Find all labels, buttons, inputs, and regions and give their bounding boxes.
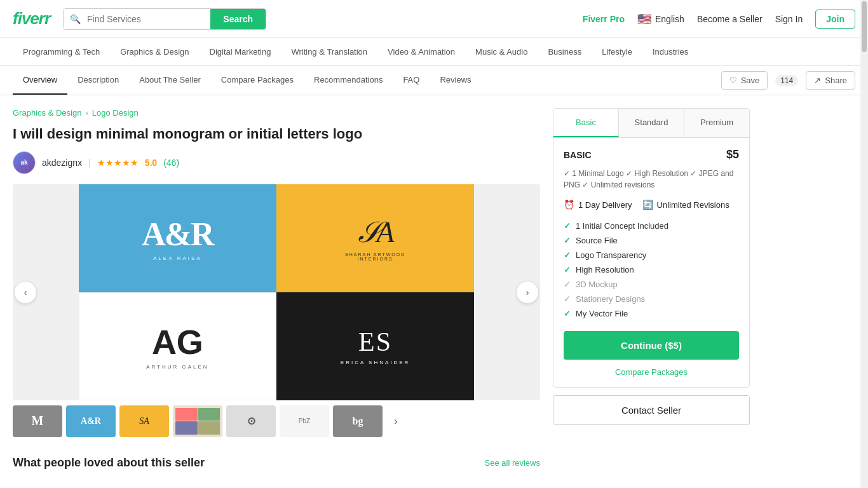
tab-reviews[interactable]: Reviews — [430, 66, 481, 95]
package-body: BASIC $5 ✓ 1 Minimal Logo ✓ High Resolut… — [553, 138, 749, 387]
share-button[interactable]: ↗ Share — [806, 71, 855, 90]
gig-title: I will design minimal monogram or initia… — [13, 125, 540, 144]
carousel-next-button[interactable]: › — [516, 281, 539, 304]
header: fiverr 🔍 Search Fiverr Pro 🇺🇸 English Be… — [0, 0, 868, 38]
thumb-label-2: A&R — [81, 416, 101, 426]
thumbnail-3[interactable]: SA — [119, 405, 169, 437]
language-selector[interactable]: 🇺🇸 English — [637, 12, 684, 26]
become-seller-link[interactable]: Become a Seller — [697, 14, 763, 24]
nav-item-graphics[interactable]: Graphics & Design — [110, 38, 199, 65]
pkg-tab-basic[interactable]: Basic — [553, 109, 619, 137]
header-right: Fiverr Pro 🇺🇸 English Become a Seller Si… — [583, 10, 855, 29]
seller-name[interactable]: akdezignx — [42, 158, 82, 168]
breadcrumb-separator: › — [85, 108, 88, 118]
feature-vector: ✓ My Vector File — [564, 306, 739, 321]
feature-label-5: 3D Mockup — [576, 280, 618, 289]
nav-item-writing[interactable]: Writing & Translation — [281, 38, 377, 65]
see-all-reviews-link[interactable]: See all reviews — [485, 458, 540, 468]
logo[interactable]: fiverr — [13, 9, 50, 29]
star-icons: ★★★★★ — [97, 158, 139, 168]
breadcrumb-parent[interactable]: Graphics & Design — [13, 108, 81, 118]
feature-label-4: High Resolution — [576, 265, 634, 274]
avatar[interactable]: ak — [13, 151, 36, 174]
nav-item-music[interactable]: Music & Audio — [465, 38, 538, 65]
feature-transparency: ✓ Logo Transparency — [564, 248, 739, 262]
thumbnail-2[interactable]: A&R — [66, 405, 116, 437]
language-label: English — [655, 14, 684, 24]
share-icon: ↗ — [814, 76, 821, 85]
check-icon-3: ✓ — [564, 250, 571, 260]
join-button[interactable]: Join — [815, 10, 855, 29]
search-button[interactable]: Search — [210, 9, 266, 29]
thumb-cell-2 — [198, 408, 220, 421]
feature-label-6: Stationery Designs — [576, 294, 645, 304]
thumb-label-7: bg — [353, 416, 363, 427]
tab-compare-packages[interactable]: Compare Packages — [211, 66, 304, 95]
save-count: 114 — [775, 75, 798, 86]
what-loved-section: What people loved about this seller See … — [13, 456, 540, 470]
breadcrumb-child[interactable]: Logo Design — [92, 108, 139, 118]
package-tabs: Basic Standard Premium — [553, 109, 749, 138]
clock-icon: ⏰ — [564, 200, 574, 210]
scrollbar-thumb[interactable] — [862, 1, 867, 52]
thumbnail-7[interactable]: bg — [333, 405, 383, 437]
thumbnail-6[interactable]: PbZ — [280, 405, 329, 437]
pkg-header: BASIC $5 — [564, 148, 739, 161]
contact-seller-button[interactable]: Contact Seller — [553, 395, 750, 425]
pkg-name: BASIC — [564, 150, 592, 160]
brand-sharah: SHARAH ARTWOODINTERIORS — [345, 252, 405, 261]
nav-item-video[interactable]: Video & Animation — [377, 38, 465, 65]
monogram-ag: AG — [152, 322, 203, 362]
tab-actions: ♡ Save 114 ↗ Share — [721, 71, 855, 90]
tab-about-seller[interactable]: About The Seller — [129, 66, 211, 95]
delivery-label: 1 Day Delivery — [578, 200, 632, 210]
sign-in-link[interactable]: Sign In — [775, 14, 803, 24]
search-input[interactable] — [87, 9, 210, 29]
compare-packages-link[interactable]: Compare Packages — [564, 367, 739, 377]
thumb-label-5: ⊙ — [247, 415, 255, 427]
pkg-tab-standard[interactable]: Standard — [619, 109, 684, 137]
heart-icon: ♡ — [729, 76, 737, 85]
thumb-cell-1 — [175, 408, 198, 421]
pkg-delivery: ⏰ 1 Day Delivery — [564, 200, 632, 210]
logo-cell-blue: A&R ALEX RAISA — [79, 184, 276, 292]
thumbnail-5[interactable]: ⊙ — [226, 405, 276, 437]
nav-item-marketing[interactable]: Digital Marketing — [200, 38, 281, 65]
nav-item-programming[interactable]: Programming & Tech — [13, 38, 110, 65]
feature-3d: ✓ 3D Mockup — [564, 277, 739, 292]
tab-bar: Overview Description About The Seller Co… — [0, 66, 868, 95]
monogram-ar: A&R — [142, 215, 213, 253]
main-content: Graphics & Design › Logo Design I will d… — [0, 95, 763, 480]
check-icon-7: ✓ — [564, 309, 571, 318]
nav-item-business[interactable]: Business — [538, 38, 592, 65]
pkg-description: ✓ 1 Minimal Logo ✓ High Resolution ✓ JPE… — [564, 168, 739, 191]
carousel-prev-button[interactable]: ‹ — [14, 281, 37, 304]
tab-faq[interactable]: FAQ — [393, 66, 430, 95]
thumbnail-4[interactable] — [173, 405, 222, 437]
monogram-sa: 𝒮A — [357, 215, 394, 250]
thumbnail-1[interactable]: M — [13, 405, 62, 437]
refresh-icon: 🔄 — [642, 200, 653, 210]
feature-label-7: My Vector File — [576, 309, 628, 318]
share-label: Share — [825, 76, 847, 85]
continue-button[interactable]: Continue ($5) — [564, 331, 739, 360]
thumbnail-next-button[interactable]: › — [386, 405, 405, 437]
thumb-label-3: SA — [139, 416, 149, 426]
scrollbar[interactable] — [860, 0, 868, 480]
save-button[interactable]: ♡ Save — [721, 71, 768, 90]
feature-source: ✓ Source File — [564, 233, 739, 248]
pkg-tab-premium[interactable]: Premium — [684, 109, 749, 137]
tab-recommendations[interactable]: Recommendations — [304, 66, 393, 95]
nav-item-lifestyle[interactable]: Lifestyle — [592, 38, 642, 65]
tab-description[interactable]: Description — [67, 66, 129, 95]
feature-resolution: ✓ High Resolution — [564, 262, 739, 277]
tab-overview[interactable]: Overview — [13, 66, 67, 95]
check-icon-5: ✓ — [564, 280, 571, 289]
what-loved-title: What people loved about this seller — [13, 456, 205, 470]
flag-icon: 🇺🇸 — [637, 12, 651, 26]
feature-stationery: ✓ Stationery Designs — [564, 292, 739, 306]
reviews-count[interactable]: (46) — [163, 158, 179, 168]
fiverr-pro-link[interactable]: Fiverr Pro — [583, 14, 625, 24]
check-icon-1: ✓ — [564, 221, 571, 231]
nav-item-industries[interactable]: Industries — [642, 38, 698, 65]
